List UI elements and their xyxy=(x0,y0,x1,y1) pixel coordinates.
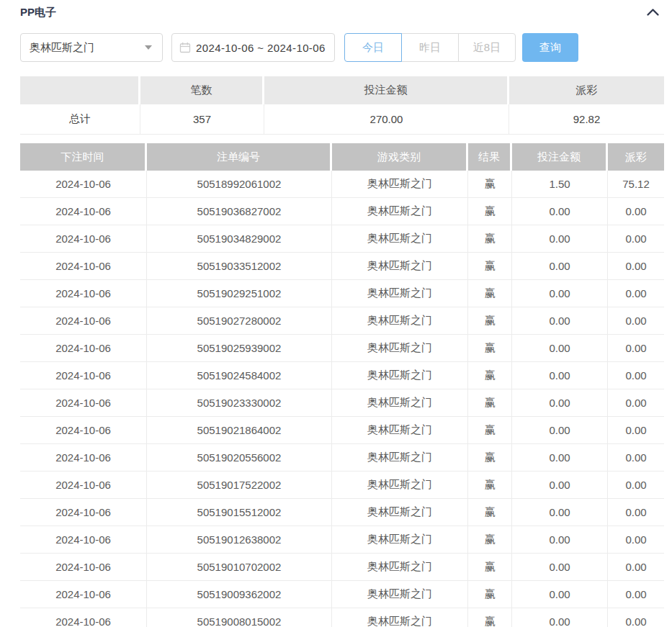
summary-total-row: 总计 357 270.00 92.82 xyxy=(20,104,664,135)
payout-cell: 0.00 xyxy=(608,526,664,554)
payout-cell: 0.00 xyxy=(608,280,664,307)
payout-cell: 0.00 xyxy=(608,499,664,526)
table-row: 2024-10-0650519009362002奥林匹斯之门赢0.000.00 xyxy=(20,581,664,608)
result-cell: 赢 xyxy=(468,608,512,627)
payout-cell: 75.12 xyxy=(608,171,664,198)
table-row: 2024-10-0650519015512002奥林匹斯之门赢0.000.00 xyxy=(20,499,664,526)
result-cell: 赢 xyxy=(468,362,512,389)
payout-cell: 0.00 xyxy=(608,581,664,608)
payout-cell: 0.00 xyxy=(608,335,664,362)
bet-amount-cell: 0.00 xyxy=(512,335,608,362)
summary-header-payout: 派彩 xyxy=(509,76,664,104)
payout-cell: 0.00 xyxy=(608,307,664,335)
collapse-button[interactable] xyxy=(646,8,660,17)
bet-time-cell: 2024-10-06 xyxy=(20,225,147,253)
bet-amount-cell: 0.00 xyxy=(512,608,608,627)
game-type-cell: 奥林匹斯之门 xyxy=(332,362,468,389)
bet-amount-cell: 0.00 xyxy=(512,362,608,389)
bet-time-cell: 2024-10-06 xyxy=(20,581,147,608)
payout-cell: 0.00 xyxy=(608,444,664,472)
payout-cell: 0.00 xyxy=(608,362,664,389)
filter-row: 奥林匹斯之门 2024-10-06 ~ 2024-10-06 今日 昨日 近8日… xyxy=(20,33,664,62)
table-row: 2024-10-0650519020556002奥林匹斯之门赢0.000.00 xyxy=(20,444,664,472)
bet-id-cell: 50519015512002 xyxy=(147,499,332,526)
table-row: 2024-10-0650519023330002奥林匹斯之门赢0.000.00 xyxy=(20,389,664,417)
result-cell: 赢 xyxy=(468,499,512,526)
bet-id-cell: 50519012638002 xyxy=(147,526,332,554)
game-type-cell: 奥林匹斯之门 xyxy=(332,335,468,362)
bet-id-cell: 50519009362002 xyxy=(147,581,332,608)
bet-amount-cell: 0.00 xyxy=(512,581,608,608)
bet-time-cell: 2024-10-06 xyxy=(20,554,147,581)
bet-id-cell: 50519029251002 xyxy=(147,280,332,307)
game-type-cell: 奥林匹斯之门 xyxy=(332,253,468,280)
game-type-cell: 奥林匹斯之门 xyxy=(332,171,468,198)
bet-id-cell: 50519008015002 xyxy=(147,608,332,627)
game-type-cell: 奥林匹斯之门 xyxy=(332,444,468,472)
table-row: 2024-10-0650519036827002奥林匹斯之门赢0.000.00 xyxy=(20,198,664,225)
bet-amount-cell: 0.00 xyxy=(512,554,608,581)
bet-id-cell: 50519034829002 xyxy=(147,225,332,253)
bet-amount-cell: 0.00 xyxy=(512,253,608,280)
bet-time-cell: 2024-10-06 xyxy=(20,253,147,280)
game-type-cell: 奥林匹斯之门 xyxy=(332,389,468,417)
result-cell: 赢 xyxy=(468,472,512,499)
bet-amount-cell: 0.00 xyxy=(512,526,608,554)
summary-header-count: 笔数 xyxy=(140,76,264,104)
game-type-cell: 奥林匹斯之门 xyxy=(332,280,468,307)
game-type-cell: 奥林匹斯之门 xyxy=(332,225,468,253)
payout-cell: 0.00 xyxy=(608,225,664,253)
summary-header-bet-amount: 投注金额 xyxy=(264,76,509,104)
bet-time-cell: 2024-10-06 xyxy=(20,335,147,362)
result-cell: 赢 xyxy=(468,225,512,253)
bet-id-cell: 50519036827002 xyxy=(147,198,332,225)
payout-cell: 0.00 xyxy=(608,608,664,627)
result-cell: 赢 xyxy=(468,526,512,554)
bet-time-cell: 2024-10-06 xyxy=(20,417,147,444)
total-bet-amount-cell: 270.00 xyxy=(264,104,509,135)
summary-table: 笔数 投注金额 派彩 总计 357 270.00 92.82 xyxy=(20,76,664,135)
header-payout: 派彩 xyxy=(608,143,664,171)
total-count-cell: 357 xyxy=(140,104,264,135)
bet-id-cell: 50519025939002 xyxy=(147,335,332,362)
table-row: 2024-10-0650519021864002奥林匹斯之门赢0.000.00 xyxy=(20,417,664,444)
header-bet-amount: 投注金额 xyxy=(512,143,608,171)
panel-title: PP电子 xyxy=(20,6,56,19)
game-select-value: 奥林匹斯之门 xyxy=(30,41,145,55)
table-row: 2024-10-0650519033512002奥林匹斯之门赢0.000.00 xyxy=(20,253,664,280)
bet-amount-cell: 0.00 xyxy=(512,417,608,444)
chevron-down-icon xyxy=(145,45,152,50)
search-button[interactable]: 查询 xyxy=(522,33,578,62)
bet-time-cell: 2024-10-06 xyxy=(20,472,147,499)
game-type-cell: 奥林匹斯之门 xyxy=(332,472,468,499)
table-row: 2024-10-0650519025939002奥林匹斯之门赢0.000.00 xyxy=(20,335,664,362)
bet-time-cell: 2024-10-06 xyxy=(20,526,147,554)
bet-amount-cell: 0.00 xyxy=(512,307,608,335)
total-label-cell: 总计 xyxy=(20,104,140,135)
summary-header-empty xyxy=(20,76,140,104)
table-row: 2024-10-0650519024584002奥林匹斯之门赢0.000.00 xyxy=(20,362,664,389)
table-row: 2024-10-0650519010702002奥林匹斯之门赢0.000.00 xyxy=(20,554,664,581)
table-row: 2024-10-0650519034829002奥林匹斯之门赢0.000.00 xyxy=(20,225,664,253)
header-bet-time: 下注时间 xyxy=(20,143,147,171)
result-cell: 赢 xyxy=(468,389,512,417)
game-select[interactable]: 奥林匹斯之门 xyxy=(20,33,163,62)
bet-amount-cell: 0.00 xyxy=(512,280,608,307)
game-type-cell: 奥林匹斯之门 xyxy=(332,608,468,627)
bet-time-cell: 2024-10-06 xyxy=(20,608,147,627)
bets-table: 下注时间 注单编号 游戏类别 结果 投注金额 派彩 2024-10-065051… xyxy=(20,143,664,627)
date-range-input[interactable]: 2024-10-06 ~ 2024-10-06 xyxy=(171,33,335,62)
game-type-cell: 奥林匹斯之门 xyxy=(332,581,468,608)
table-row: 2024-10-0650519017522002奥林匹斯之门赢0.000.00 xyxy=(20,472,664,499)
last8days-button[interactable]: 近8日 xyxy=(458,33,516,62)
bet-id-cell: 50519010702002 xyxy=(147,554,332,581)
today-button[interactable]: 今日 xyxy=(344,33,402,62)
table-row: 2024-10-0650519027280002奥林匹斯之门赢0.000.00 xyxy=(20,307,664,335)
yesterday-button[interactable]: 昨日 xyxy=(401,33,459,62)
quick-date-buttons: 今日 昨日 近8日 xyxy=(344,33,516,62)
result-cell: 赢 xyxy=(468,444,512,472)
result-cell: 赢 xyxy=(468,335,512,362)
bet-amount-cell: 0.00 xyxy=(512,499,608,526)
result-cell: 赢 xyxy=(468,307,512,335)
bet-time-cell: 2024-10-06 xyxy=(20,198,147,225)
